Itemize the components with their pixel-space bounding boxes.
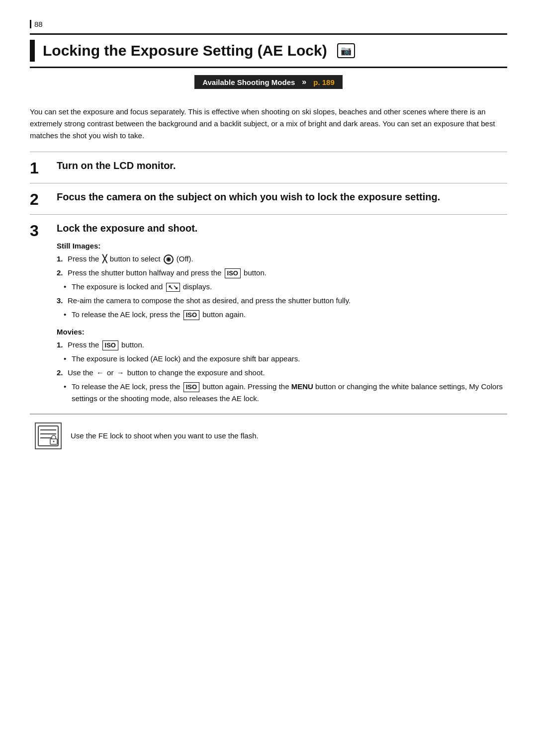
step-2-row: 2 Focus the camera on the subject on whi…	[30, 183, 507, 215]
still-images-title: Still Images:	[57, 242, 507, 250]
svg-point-5	[53, 441, 55, 442]
arrow-right-icon: →	[117, 367, 124, 379]
movies-item-1: 1. Press the ISO button.	[57, 339, 507, 351]
shooting-modes-label: Available Shooting Modes	[202, 78, 295, 86]
page-number: 88	[30, 20, 507, 28]
note-box: Use the FE lock to shoot when you want t…	[30, 414, 507, 457]
bullet-dot-1: •	[64, 281, 66, 293]
step-2-content: Focus the camera on the subject on which…	[57, 190, 507, 203]
still-item-1: 1. Press the ╳ button to select ◉ (Off).	[57, 253, 507, 265]
still-images-list-2: 3. Re-aim the camera to compose the shot…	[57, 295, 507, 307]
note-svg-icon	[37, 425, 59, 447]
title-section: Locking the Exposure Setting (AE Lock) 📷	[30, 33, 507, 68]
page: 88 Locking the Exposure Setting (AE Lock…	[0, 0, 537, 756]
bullet-dot-2: •	[64, 309, 66, 321]
still-bullet-1: • The exposure is locked and ↖↘ displays…	[57, 281, 507, 293]
movies-title: Movies:	[57, 328, 507, 336]
step-1-content: Turn on the LCD monitor.	[57, 159, 507, 172]
movies-list-2: 2. Use the ← or → button to change the e…	[57, 367, 507, 379]
camera-icon: 📷	[337, 43, 355, 58]
step-3-number: 3	[30, 222, 57, 239]
arrow-left-icon: ←	[96, 367, 104, 379]
still-item-3: 3. Re-aim the camera to compose the shot…	[57, 295, 507, 307]
iso-box-4: ISO	[183, 382, 199, 392]
bullet-dot-3: •	[64, 353, 66, 365]
still-item-2: 2. Press the shutter button halfway and …	[57, 267, 507, 279]
iso-box-1: ISO	[225, 268, 241, 278]
step-3-content: Lock the exposure and shoot. Still Image…	[57, 222, 507, 407]
flash-icon: ╳	[102, 253, 107, 265]
still-bullet-2: • To release the AE lock, press the ISO …	[57, 309, 507, 321]
step-3-row: 3 Lock the exposure and shoot. Still Ima…	[30, 215, 507, 414]
step-1-number: 1	[30, 159, 57, 176]
steps-container: 1 Turn on the LCD monitor. 2 Focus the c…	[30, 152, 507, 457]
movies-item-2: 2. Use the ← or → button to change the e…	[57, 367, 507, 379]
step-2-number: 2	[30, 190, 57, 207]
page-title: Locking the Exposure Setting (AE Lock) 📷	[43, 42, 355, 59]
step-3-title: Lock the exposure and shoot.	[57, 222, 507, 235]
iso-box-3: ISO	[102, 340, 118, 350]
step-1-row: 1 Turn on the LCD monitor.	[30, 152, 507, 183]
shooting-modes-bar: Available Shooting Modes » p. 189	[194, 75, 343, 89]
step-1-title: Turn on the LCD monitor.	[57, 159, 507, 172]
step-2-title: Focus the camera on the subject on which…	[57, 190, 507, 203]
shooting-modes-wrapper: Available Shooting Modes » p. 189	[30, 75, 507, 97]
movies-bullet-2: • To release the AE lock, press the ISO …	[57, 381, 507, 405]
still-images-list: 1. Press the ╳ button to select ◉ (Off).…	[57, 253, 507, 279]
bullet-dot-4: •	[64, 381, 66, 393]
chevrons-icon: »	[302, 78, 306, 86]
page-ref: p. 189	[313, 78, 335, 86]
circle-off-icon: ◉	[164, 254, 174, 264]
ael-icon-1: ↖↘	[166, 283, 180, 292]
note-icon	[35, 422, 62, 449]
title-bar	[30, 40, 35, 62]
movies-bullet-1: • The exposure is locked (AE lock) and t…	[57, 353, 507, 365]
movies-list: 1. Press the ISO button.	[57, 339, 507, 351]
iso-box-2: ISO	[183, 310, 199, 320]
note-text: Use the FE lock to shoot when you want t…	[71, 430, 259, 442]
intro-paragraph: You can set the exposure and focus separ…	[30, 106, 507, 142]
